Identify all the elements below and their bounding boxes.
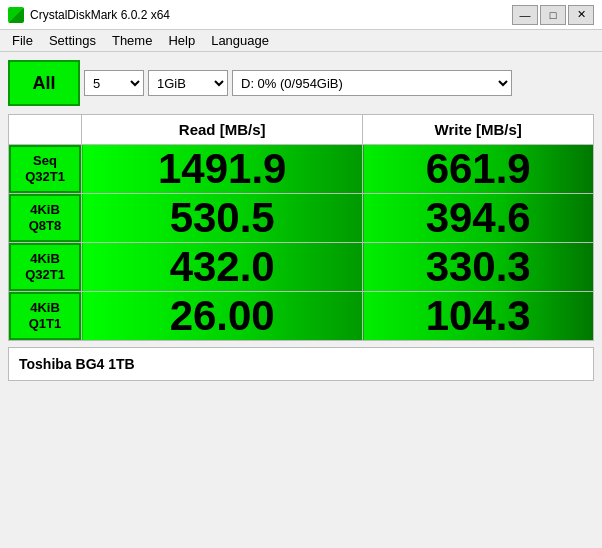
write-4kib-q32t1: 330.3 <box>363 243 594 292</box>
table-row: Seq Q32T1 1491.9 661.9 <box>9 145 594 194</box>
menu-language[interactable]: Language <box>203 31 277 50</box>
all-button[interactable]: All <box>8 60 80 106</box>
size-select[interactable]: 1GiB <box>148 70 228 96</box>
header-label <box>9 115 82 145</box>
write-4kib-q8t8: 394.6 <box>363 194 594 243</box>
runs-select[interactable]: 5 <box>84 70 144 96</box>
header-read: Read [MB/s] <box>82 115 363 145</box>
main-content: All 5 1GiB D: 0% (0/954GiB) Read [MB/s] … <box>0 52 602 389</box>
menu-theme[interactable]: Theme <box>104 31 160 50</box>
row-label-4kib-q8t8: 4KiB Q8T8 <box>9 194 81 241</box>
drive-select[interactable]: D: 0% (0/954GiB) <box>232 70 512 96</box>
read-4kib-q32t1: 432.0 <box>82 243 363 292</box>
table-row: 4KiB Q8T8 530.5 394.6 <box>9 194 594 243</box>
benchmark-table: Read [MB/s] Write [MB/s] Seq Q32T1 1491.… <box>8 114 594 341</box>
table-row: 4KiB Q32T1 432.0 330.3 <box>9 243 594 292</box>
write-4kib-q1t1: 104.3 <box>363 292 594 341</box>
table-row: 4KiB Q1T1 26.00 104.3 <box>9 292 594 341</box>
minimize-button[interactable]: — <box>512 5 538 25</box>
title-bar-text: CrystalDiskMark 6.0.2 x64 <box>30 8 512 22</box>
footer-bar: Toshiba BG4 1TB <box>8 347 594 381</box>
menu-help[interactable]: Help <box>160 31 203 50</box>
write-seq: 661.9 <box>363 145 594 194</box>
read-seq: 1491.9 <box>82 145 363 194</box>
window-controls: — □ ✕ <box>512 5 594 25</box>
header-write: Write [MB/s] <box>363 115 594 145</box>
maximize-button[interactable]: □ <box>540 5 566 25</box>
top-controls: All 5 1GiB D: 0% (0/954GiB) <box>8 60 594 106</box>
read-4kib-q1t1: 26.00 <box>82 292 363 341</box>
row-label-4kib-q32t1: 4KiB Q32T1 <box>9 243 81 290</box>
menu-settings[interactable]: Settings <box>41 31 104 50</box>
app-icon <box>8 7 24 23</box>
close-button[interactable]: ✕ <box>568 5 594 25</box>
menu-bar: File Settings Theme Help Language <box>0 30 602 52</box>
menu-file[interactable]: File <box>4 31 41 50</box>
drive-label: Toshiba BG4 1TB <box>19 356 135 372</box>
row-label-4kib-q1t1: 4KiB Q1T1 <box>9 292 81 339</box>
title-bar: CrystalDiskMark 6.0.2 x64 — □ ✕ <box>0 0 602 30</box>
read-4kib-q8t8: 530.5 <box>82 194 363 243</box>
row-label-seq: Seq Q32T1 <box>9 145 81 192</box>
